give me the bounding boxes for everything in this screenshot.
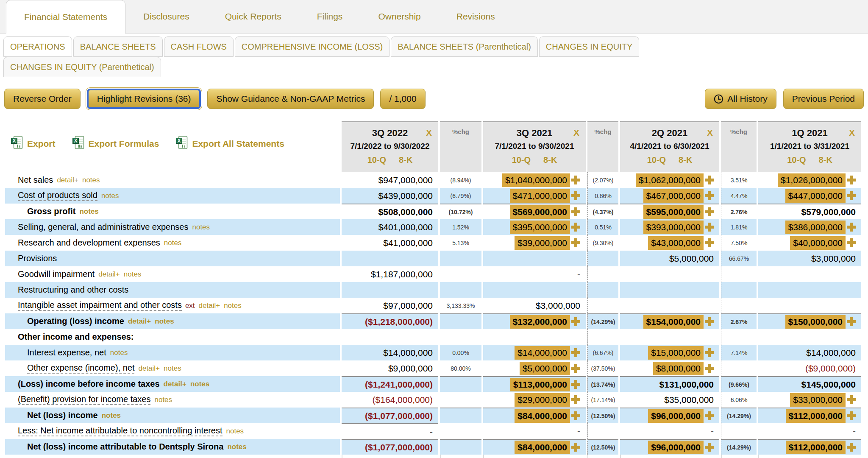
expand-plus-icon[interactable] — [847, 238, 856, 247]
statement-tab-changes-in-equity-parenthetical-[interactable]: CHANGES IN EQUITY (Parenthetical) — [3, 57, 161, 77]
filing-link-8-k[interactable]: 8-K — [399, 155, 412, 165]
filing-link-10-q[interactable]: 10-Q — [787, 155, 806, 165]
detail-link[interactable]: detail+ — [199, 302, 220, 310]
highlighted-value[interactable]: $5,000,000 — [520, 362, 570, 375]
filing-link-8-k[interactable]: 8-K — [679, 155, 692, 165]
expand-plus-icon[interactable] — [847, 395, 856, 404]
close-column-icon[interactable]: X — [573, 128, 579, 138]
notes-link[interactable]: notes — [227, 443, 246, 451]
main-tab-financial-statements[interactable]: Financial Statements — [6, 0, 125, 34]
export-link[interactable]: XExport — [11, 136, 56, 151]
expand-plus-icon[interactable] — [847, 411, 856, 420]
highlighted-value[interactable]: $96,000,000 — [648, 409, 704, 423]
statement-tab-cash-flows[interactable]: CASH FLOWS — [164, 36, 234, 57]
expand-plus-icon[interactable] — [571, 411, 580, 420]
highlighted-value[interactable]: $112,000,000 — [786, 409, 846, 423]
expand-plus-icon[interactable] — [705, 411, 714, 420]
expand-plus-icon[interactable] — [571, 380, 580, 389]
highlighted-value[interactable]: $84,000,000 — [515, 441, 570, 454]
expand-plus-icon[interactable] — [571, 207, 580, 216]
highlighted-value[interactable]: $447,000,000 — [785, 189, 846, 203]
expand-plus-icon[interactable] — [705, 443, 714, 452]
expand-plus-icon[interactable] — [847, 317, 856, 326]
statement-tab-operations[interactable]: OPERATIONS — [3, 36, 72, 57]
expand-plus-icon[interactable] — [571, 317, 580, 326]
expand-plus-icon[interactable] — [847, 443, 856, 452]
filing-link-10-q[interactable]: 10-Q — [647, 155, 666, 165]
statement-tab-changes-in-equity[interactable]: CHANGES IN EQUITY — [539, 36, 639, 57]
highlighted-value[interactable]: $467,000,000 — [643, 189, 704, 203]
highlighted-value[interactable]: $43,000,000 — [648, 236, 704, 250]
expand-plus-icon[interactable] — [847, 191, 856, 200]
main-tab-revisions[interactable]: Revisions — [439, 0, 513, 33]
highlighted-value[interactable]: $1,062,000,000 — [636, 173, 704, 187]
filing-link-8-k[interactable]: 8-K — [543, 155, 557, 165]
highlighted-value[interactable]: $154,000,000 — [643, 315, 704, 329]
ext-link[interactable]: ext — [185, 302, 195, 310]
expand-plus-icon[interactable] — [571, 364, 580, 373]
row-label[interactable]: Intangible asset impairment and other co… — [18, 300, 182, 311]
previous-period-button[interactable]: Previous Period — [783, 89, 864, 109]
row-label[interactable]: Other expense (income), net — [27, 363, 134, 374]
detail-link[interactable]: detail+ — [138, 364, 160, 373]
filing-link-10-q[interactable]: 10-Q — [367, 155, 386, 165]
notes-link[interactable]: notes — [226, 427, 244, 436]
highlighted-value[interactable]: $393,000,000 — [643, 221, 704, 234]
-1-000-button[interactable]: / 1,000 — [380, 89, 425, 109]
detail-link[interactable]: detail+ — [98, 270, 120, 279]
notes-link[interactable]: notes — [190, 380, 209, 388]
notes-link[interactable]: notes — [154, 396, 172, 404]
highlighted-value[interactable]: $15,000,000 — [648, 346, 704, 360]
notes-link[interactable]: notes — [82, 176, 100, 184]
reverse-order-button[interactable]: Reverse Order — [4, 89, 81, 109]
expand-plus-icon[interactable] — [705, 317, 714, 326]
highlighted-value[interactable]: $84,000,000 — [515, 409, 570, 423]
highlighted-value[interactable]: $595,000,000 — [643, 205, 704, 219]
notes-link[interactable]: notes — [164, 239, 182, 247]
highlight-revisions-36--button[interactable]: Highlight Revisions (36) — [87, 89, 201, 109]
expand-plus-icon[interactable] — [705, 176, 714, 184]
main-tab-ownership[interactable]: Ownership — [360, 0, 438, 33]
all-history-button[interactable]: All History — [705, 89, 776, 109]
expand-plus-icon[interactable] — [705, 223, 714, 232]
highlighted-value[interactable]: $1,026,000,000 — [778, 173, 846, 187]
highlighted-value[interactable]: $1,040,000,000 — [502, 173, 570, 187]
notes-link[interactable]: notes — [164, 364, 181, 373]
highlighted-value[interactable]: $150,000,000 — [785, 315, 846, 329]
expand-plus-icon[interactable] — [571, 176, 580, 184]
notes-link[interactable]: notes — [110, 349, 128, 357]
highlighted-value[interactable]: $39,000,000 — [515, 236, 570, 250]
expand-plus-icon[interactable] — [847, 176, 856, 184]
expand-plus-icon[interactable] — [571, 395, 580, 404]
statement-tab-balance-sheets[interactable]: BALANCE SHEETS — [73, 36, 163, 57]
export-all-statements-link[interactable]: XExport All Statements — [176, 136, 284, 151]
close-column-icon[interactable]: X — [849, 128, 855, 138]
notes-link[interactable]: notes — [192, 223, 210, 232]
expand-plus-icon[interactable] — [705, 348, 714, 357]
expand-plus-icon[interactable] — [705, 207, 714, 216]
highlighted-value[interactable]: $96,000,000 — [648, 441, 704, 454]
statement-tab-balance-sheets-parenthetical-[interactable]: BALANCE SHEETS (Parenthetical) — [391, 36, 538, 57]
highlighted-value[interactable]: $40,000,000 — [790, 236, 846, 250]
notes-link[interactable]: notes — [101, 192, 119, 200]
notes-link[interactable]: notes — [124, 270, 142, 279]
filing-link-10-q[interactable]: 10-Q — [512, 155, 531, 165]
expand-plus-icon[interactable] — [571, 238, 580, 247]
expand-plus-icon[interactable] — [705, 364, 714, 373]
highlighted-value[interactable]: $569,000,000 — [510, 205, 570, 219]
row-label[interactable]: Cost of products sold — [18, 190, 97, 201]
highlighted-value[interactable]: $29,000,000 — [515, 393, 570, 407]
filing-link-8-k[interactable]: 8-K — [819, 155, 832, 165]
highlighted-value[interactable]: $132,000,000 — [510, 315, 570, 329]
highlighted-value[interactable]: $33,000,000 — [790, 393, 846, 407]
expand-plus-icon[interactable] — [847, 223, 856, 232]
row-label[interactable]: Less: Net income attributable to noncont… — [18, 426, 223, 436]
expand-plus-icon[interactable] — [571, 443, 580, 452]
main-tab-disclosures[interactable]: Disclosures — [125, 0, 207, 33]
expand-plus-icon[interactable] — [705, 238, 714, 247]
main-tab-quick-reports[interactable]: Quick Reports — [207, 0, 299, 33]
highlighted-value[interactable]: $471,000,000 — [510, 189, 570, 203]
expand-plus-icon[interactable] — [571, 191, 580, 200]
notes-link[interactable]: notes — [224, 302, 242, 310]
highlighted-value[interactable]: $113,000,000 — [510, 378, 570, 391]
